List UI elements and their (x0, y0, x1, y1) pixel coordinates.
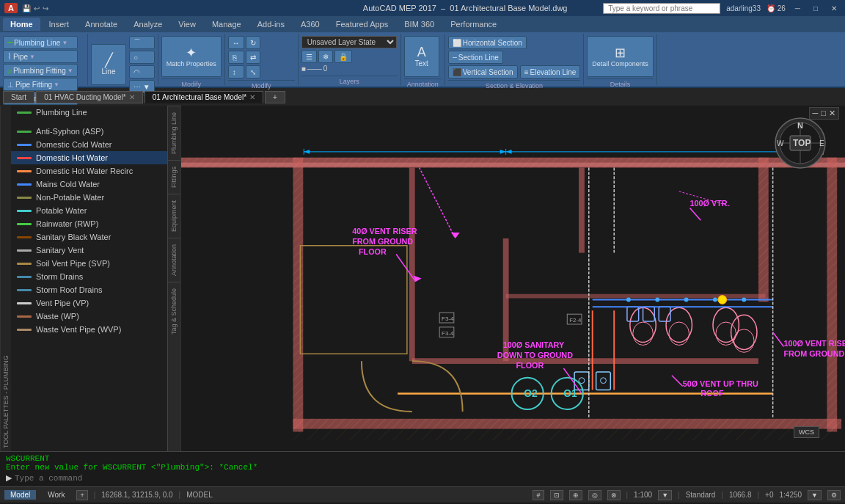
polar-btn[interactable]: ◎ (588, 490, 601, 500)
snap-btn[interactable]: ⊡ (550, 490, 563, 500)
scale-btn[interactable]: ⤡ (246, 65, 260, 78)
doc-tab-hvac[interactable]: 01 HVAC Ducting Model* ✕ (36, 91, 143, 103)
lineweight-label: 0 (323, 65, 328, 73)
tab-a360[interactable]: A360 (293, 18, 327, 31)
side-tab-fittings[interactable]: Fittings (168, 160, 180, 194)
match-properties-btn[interactable]: ✦ Match Properties (161, 36, 222, 77)
command-input-area[interactable]: ▶ (6, 473, 839, 483)
sidebar-item-non-potable[interactable]: Non-Potable Water (11, 191, 167, 204)
side-tab-equipment[interactable]: Equipment (168, 194, 180, 238)
username-label: adarling33 (726, 4, 761, 12)
tab-bim360[interactable]: BIM 360 (397, 18, 442, 31)
search-input[interactable] (603, 3, 720, 14)
move-btn[interactable]: ↔ (228, 36, 244, 49)
tab-featured[interactable]: Featured Apps (329, 18, 396, 31)
copy-btn[interactable]: ⎘ (228, 51, 244, 64)
doc-tab-start[interactable]: Start (3, 91, 34, 103)
side-tab-tag-schedule[interactable]: Tag & Schedule (168, 282, 180, 340)
add-tab-btn[interactable]: + (76, 490, 87, 500)
grid-btn[interactable]: # (533, 490, 544, 500)
detail-components-btn[interactable]: ⊞ Detail Components (587, 36, 654, 77)
osnap-btn[interactable]: ⊗ (607, 490, 621, 500)
layer-props-btn[interactable]: ☰ (301, 50, 317, 63)
layer-lock-btn[interactable]: 🔒 (334, 50, 352, 63)
canvas-minimize-btn[interactable]: ─ (813, 109, 819, 118)
sidebar-item-hot-water-recirc[interactable]: Domestic Hot Water Recirc (11, 164, 167, 178)
plumbing-line-btn[interactable]: ━ Plumbing Line ▼ (3, 36, 78, 49)
mirror-btn[interactable]: ⇄ (246, 51, 260, 64)
scale-btn[interactable]: ▼ (658, 490, 672, 500)
sidebar-item-svp[interactable]: Soil Vent Pipe (SVP) (11, 257, 167, 270)
redo-icon[interactable]: ↪ (43, 4, 48, 12)
sidebar-item-waste[interactable]: Waste (WP) (11, 310, 167, 323)
sidebar-item-mains-cold[interactable]: Mains Cold Water (11, 178, 167, 191)
cad-canvas-area[interactable]: O2 O1 F3-4 F3-4 F2-4 40Ø VENT RISER FROM… (181, 106, 845, 451)
side-tab-plumbing[interactable]: Plumbing Line (168, 106, 180, 160)
ortho-btn[interactable]: ⊕ (569, 490, 582, 500)
sidebar-item-storm-drains[interactable]: Storm Drains (11, 270, 167, 283)
minimize-btn[interactable]: ─ (791, 4, 804, 12)
command-line-2: Enter new value for WSCURRENT <"Plumbing… (6, 463, 839, 472)
svg-rect-4 (181, 158, 845, 168)
sidebar-item-waste-vent[interactable]: Waste Vent Pipe (WVP) (11, 323, 167, 336)
tab-manage[interactable]: Manage (205, 18, 249, 31)
pipe-btn[interactable]: ⌇ Pipe ▼ (3, 50, 78, 63)
sidebar-item-sanitary-black[interactable]: Sanitary Black Water (11, 230, 167, 244)
sidebar-item-hot-water[interactable]: Domestic Hot Water (11, 151, 167, 164)
ribbon-group-view: Unsaved Layer State ☰ ❄ 🔒 ■ —— 0 Layers (299, 34, 401, 85)
stretch-btn[interactable]: ↕ (228, 65, 244, 78)
sidebar-item-storm-drains-label: Storm Drains (36, 272, 83, 281)
command-input[interactable] (15, 474, 839, 483)
undo-icon[interactable]: ↩ (34, 4, 40, 12)
tab-view[interactable]: View (171, 18, 203, 31)
tab-insert[interactable]: Insert (42, 18, 77, 31)
elevation-line-btn[interactable]: ≡ Elevation Line (520, 65, 581, 78)
sidebar-item-asp[interactable]: Anti-Syphon (ASP) (11, 125, 167, 138)
layer-freeze-btn[interactable]: ❄ (318, 50, 333, 63)
tab-home[interactable]: Home (3, 18, 40, 31)
work-tab[interactable]: Work (42, 490, 70, 500)
restore-btn[interactable]: □ (810, 4, 822, 12)
sidebar-item-vent-pipe[interactable]: Vent Pipe (VP) (11, 296, 167, 310)
sidebar-item-sanitary-vent[interactable]: Sanitary Vent (11, 244, 167, 257)
vent-pipe-swatch (17, 302, 32, 304)
sidebar-item-mains-cold-label: Mains Cold Water (36, 180, 100, 189)
sidebar-item-plumbing-line[interactable]: Plumbing Line (11, 106, 167, 119)
doc-tab-arch-close[interactable]: ✕ (249, 93, 255, 101)
side-tab-annotation[interactable]: Annotation (168, 238, 180, 282)
plumbing-fitting-btn[interactable]: ⌀ Plumbing Fitting ▼ (3, 64, 78, 77)
doc-tab-new[interactable]: + (265, 91, 285, 103)
sidebar-item-cold-water[interactable]: Domestic Cold Water (11, 138, 167, 151)
sidebar-item-rainwater[interactable]: Rainwater (RWP) (11, 217, 167, 230)
doc-tab-arch[interactable]: 01 Architectural Base Model* ✕ (145, 91, 263, 103)
model-tab[interactable]: Model (4, 490, 36, 500)
arc-btn[interactable]: ◠ (129, 65, 155, 78)
rotate-btn[interactable]: ↻ (246, 36, 260, 49)
doc-tab-hvac-close[interactable]: ✕ (129, 93, 135, 101)
tab-analyze[interactable]: Analyze (126, 18, 169, 31)
sidebar-item-storm-roof[interactable]: Storm Roof Drains (11, 283, 167, 296)
layer-state-select[interactable]: Unsaved Layer State (301, 36, 397, 48)
sidebar-item-potable[interactable]: Potable Water (11, 204, 167, 217)
pipe-fitting-btn[interactable]: ⊥ Pipe Fitting ▼ (3, 78, 78, 91)
text-btn[interactable]: A Text (404, 36, 439, 77)
tab-annotate[interactable]: Annotate (78, 18, 125, 31)
vertical-section-btn[interactable]: ⬜ Horizontal Section (448, 36, 527, 49)
horiz-section-btn[interactable]: ⬛ Vertical Section (448, 65, 518, 78)
svg-text:O2: O2 (524, 388, 538, 399)
tab-addins[interactable]: Add-ins (250, 18, 292, 31)
ribbon-panel: ━ Plumbing Line ▼ ⌇ Pipe ▼ ⌀ Plumbing Fi… (0, 32, 845, 88)
quick-save-icon[interactable]: 💾 (22, 4, 31, 12)
canvas-close-btn[interactable]: ✕ (829, 109, 835, 118)
canvas-restore-btn[interactable]: □ (821, 109, 826, 118)
polyline-btn[interactable]: ⌒ (129, 36, 155, 49)
svg-text:F2-4: F2-4 (569, 317, 582, 324)
section-line-btn[interactable]: ╌ Section Line (448, 51, 503, 64)
workspace-btn[interactable]: ⚙ (827, 490, 841, 500)
close-btn[interactable]: ✕ (827, 4, 841, 12)
tool-palette-label[interactable]: TOOL PALETTES - PLUMBING (0, 106, 11, 451)
tab-performance[interactable]: Performance (443, 18, 504, 31)
circle-btn[interactable]: ○ (129, 51, 155, 64)
annotation-scale-btn[interactable]: ▼ (808, 490, 822, 500)
line-btn[interactable]: ╱ Line (91, 44, 126, 85)
